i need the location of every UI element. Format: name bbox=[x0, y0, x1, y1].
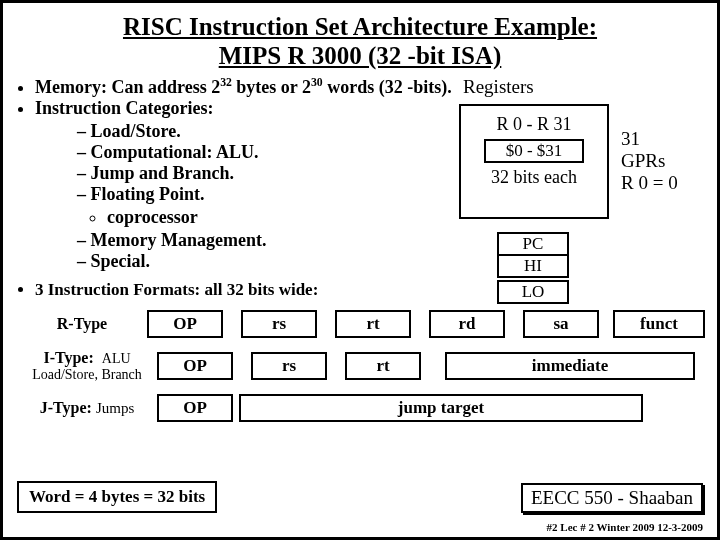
memory-text-b: bytes or 2 bbox=[232, 77, 311, 97]
title: RISC Instruction Set Architecture Exampl… bbox=[17, 11, 703, 42]
exp-32: 32 bbox=[220, 76, 232, 89]
j-type-row: J-Type: Jumps OP jump target bbox=[17, 392, 703, 424]
i-rt: rt bbox=[345, 352, 421, 380]
pc-box: PC bbox=[497, 232, 569, 256]
sub-special: Special. bbox=[77, 251, 453, 272]
footer: Word = 4 bytes = 32 bits EECC 550 - Shaa… bbox=[17, 481, 703, 513]
j-type-name2: Jumps bbox=[96, 400, 134, 416]
formats-table: R-Type OP rs rt rd sa funct I-Type: ALU … bbox=[17, 308, 703, 424]
reg-each: 32 bits each bbox=[491, 167, 577, 188]
i-type-name1: I-Type: bbox=[43, 349, 93, 366]
gpr-note: 31 GPRs R 0 = 0 bbox=[621, 128, 678, 194]
i-op: OP bbox=[157, 352, 233, 380]
r-type-label: R-Type bbox=[17, 316, 147, 332]
i-immediate: immediate bbox=[445, 352, 695, 380]
i-type-label: I-Type: ALU Load/Store, Branch bbox=[17, 350, 157, 382]
bullet-instr-cat: Instruction Categories: bbox=[35, 98, 453, 119]
dollar-range: $0 - $31 bbox=[484, 139, 585, 163]
reg-range: R 0 - R 31 bbox=[496, 114, 571, 135]
i-rs: rs bbox=[251, 352, 327, 380]
r-rs: rs bbox=[241, 310, 317, 338]
hi-box: HI bbox=[497, 254, 569, 278]
r-op: OP bbox=[147, 310, 223, 338]
i-type-row: I-Type: ALU Load/Store, Branch OP rs rt … bbox=[17, 350, 703, 382]
right-column: Registers R 0 - R 31 $0 - $31 32 bits ea… bbox=[453, 74, 703, 274]
sub-mm: Memory Management. bbox=[77, 230, 453, 251]
left-column: Memory: Can address 232 bytes or 230 wor… bbox=[17, 74, 453, 274]
lo-box: LO bbox=[497, 280, 569, 304]
r-funct: funct bbox=[613, 310, 705, 338]
slide: RISC Instruction Set Architecture Exampl… bbox=[0, 0, 720, 540]
i-type-name3: Load/Store, Branch bbox=[32, 367, 142, 382]
gpr-31: 31 bbox=[621, 128, 640, 149]
lecture-meta: #2 Lec # 2 Winter 2009 12-3-2009 bbox=[547, 521, 703, 533]
sub-coproc: coprocessor bbox=[107, 207, 453, 228]
bullet-memory: Memory: Can address 232 bytes or 230 wor… bbox=[35, 76, 453, 98]
gpr-r0: R 0 = 0 bbox=[621, 172, 678, 193]
r-type-row: R-Type OP rs rt rd sa funct bbox=[17, 308, 703, 340]
main-columns: Memory: Can address 232 bytes or 230 wor… bbox=[17, 74, 703, 274]
memory-text-a: Memory: Can address 2 bbox=[35, 77, 220, 97]
r-rd: rd bbox=[429, 310, 505, 338]
sub-alu: Computational: ALU. bbox=[77, 142, 453, 163]
sub-jump: Jump and Branch. bbox=[77, 163, 453, 184]
memory-text-c: words (32 -bits). bbox=[323, 77, 452, 97]
exp-30: 30 bbox=[311, 76, 323, 89]
j-target: jump target bbox=[239, 394, 643, 422]
r-sa: sa bbox=[523, 310, 599, 338]
subtitle: MIPS R 3000 (32 -bit ISA) bbox=[17, 42, 703, 70]
j-type-name1: J-Type: bbox=[40, 399, 92, 416]
register-box: R 0 - R 31 $0 - $31 32 bits each bbox=[459, 104, 609, 219]
sub-loadstore: Load/Store. bbox=[77, 121, 453, 142]
j-op: OP bbox=[157, 394, 233, 422]
j-type-label: J-Type: Jumps bbox=[17, 400, 157, 416]
registers-label: Registers bbox=[463, 76, 534, 98]
i-type-name2: ALU bbox=[102, 351, 131, 366]
word-note: Word = 4 bytes = 32 bits bbox=[17, 481, 217, 513]
sub-fp: Floating Point. coprocessor bbox=[77, 184, 453, 228]
sub-fp-label: Floating Point. bbox=[91, 184, 205, 204]
formats-heading: 3 Instruction Formats: all 32 bits wide: bbox=[35, 280, 703, 300]
course-box: EECC 550 - Shaaban bbox=[521, 483, 703, 513]
gpr-label: GPRs bbox=[621, 150, 665, 171]
r-rt: rt bbox=[335, 310, 411, 338]
